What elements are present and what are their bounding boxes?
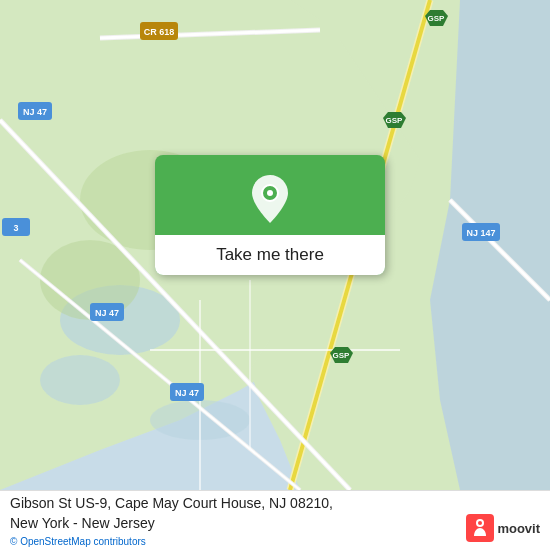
svg-text:NJ 147: NJ 147 — [466, 228, 495, 238]
moovit-text: moovit — [497, 521, 540, 536]
svg-text:3: 3 — [13, 223, 18, 233]
location-pin-icon — [248, 173, 292, 225]
address-line: Gibson St US-9, Cape May Court House, NJ… — [10, 494, 333, 533]
svg-text:NJ 47: NJ 47 — [175, 388, 199, 398]
svg-text:GSP: GSP — [333, 351, 351, 360]
svg-text:NJ 47: NJ 47 — [23, 107, 47, 117]
address-line2: New York - New Jersey — [10, 515, 155, 531]
take-me-there-label: Take me there — [155, 235, 385, 275]
moovit-logo: moovit — [466, 514, 540, 542]
svg-point-5 — [40, 355, 120, 405]
svg-point-47 — [478, 521, 482, 525]
osm-credit-text: © OpenStreetMap contributors — [10, 536, 146, 547]
svg-text:GSP: GSP — [386, 116, 404, 125]
bottom-bar: Gibson St US-9, Cape May Court House, NJ… — [0, 490, 550, 550]
svg-text:GSP: GSP — [428, 14, 446, 23]
svg-point-44 — [267, 190, 273, 196]
take-me-there-button[interactable]: Take me there — [155, 155, 385, 275]
svg-text:CR 618: CR 618 — [144, 27, 175, 37]
svg-text:NJ 47: NJ 47 — [95, 308, 119, 318]
moovit-icon — [466, 514, 494, 542]
pin-area — [228, 155, 312, 235]
osm-credit: © OpenStreetMap contributors — [10, 536, 333, 547]
map-container: NJ 47 CR 618 GSP GSP GSP GSP NJ 47 NJ 47… — [0, 0, 550, 490]
address-text: Gibson St US-9, Cape May Court House, NJ… — [10, 495, 333, 511]
